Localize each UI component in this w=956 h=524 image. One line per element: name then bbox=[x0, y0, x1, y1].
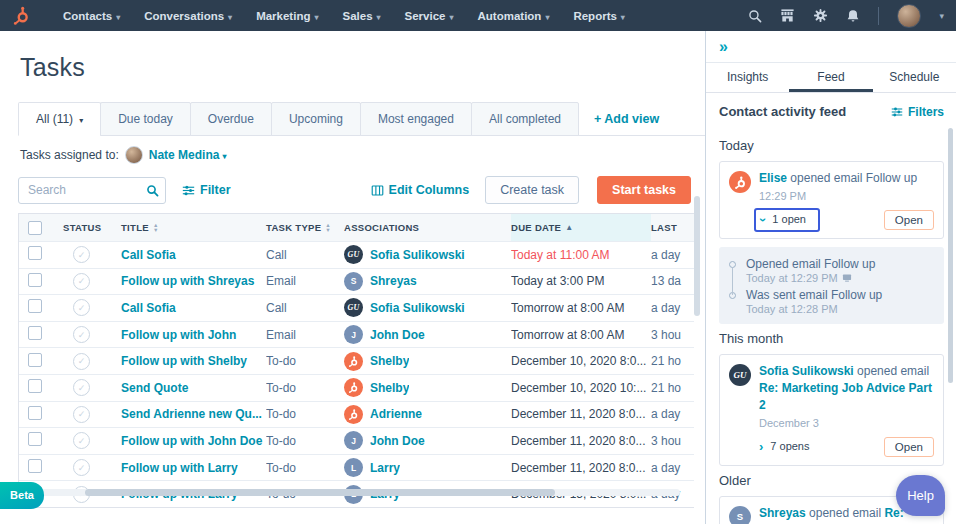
association-link[interactable]: Shreyas bbox=[370, 274, 417, 288]
complete-task-toggle[interactable]: ✓ bbox=[73, 459, 90, 476]
start-tasks-button[interactable]: Start tasks bbox=[597, 176, 691, 204]
column-header-associations[interactable]: ASSOCIATIONS bbox=[344, 214, 511, 241]
search-icon[interactable] bbox=[146, 183, 159, 201]
column-header-due-date[interactable]: DUE DATE▲ bbox=[511, 214, 651, 241]
tab-all-completed[interactable]: All completed bbox=[471, 102, 579, 136]
association-link[interactable]: John Doe bbox=[370, 328, 425, 342]
settings-icon[interactable] bbox=[813, 8, 828, 23]
collapse-panel-icon[interactable]: » bbox=[719, 38, 728, 56]
complete-task-toggle[interactable]: ✓ bbox=[73, 273, 90, 290]
association-link[interactable]: Sofia Sulikowski bbox=[370, 301, 465, 315]
row-checkbox[interactable] bbox=[28, 353, 42, 367]
due-date: Today at 11:00 AM bbox=[511, 248, 651, 262]
tab-upcoming[interactable]: Upcoming bbox=[271, 102, 361, 136]
feed-section-title: This month bbox=[719, 331, 944, 346]
create-task-button[interactable]: Create task bbox=[485, 176, 579, 204]
association-link[interactable]: Sofia Sulikowski bbox=[370, 248, 465, 262]
contact-avatar: GU bbox=[344, 298, 363, 317]
horizontal-scrollbar[interactable] bbox=[85, 489, 555, 496]
opens-expander[interactable]: ›1 open bbox=[754, 208, 820, 231]
contact-link[interactable]: Shreyas bbox=[759, 506, 806, 520]
task-title-link[interactable]: Call Sofia bbox=[121, 248, 176, 262]
nav-item-marketing[interactable]: Marketing▾ bbox=[246, 6, 328, 26]
task-type: Call bbox=[266, 248, 344, 262]
nav-item-conversations[interactable]: Conversations▾ bbox=[134, 6, 242, 26]
contact-link[interactable]: Sofia Sulikowski bbox=[759, 364, 854, 378]
notifications-icon[interactable] bbox=[846, 9, 860, 23]
row-checkbox[interactable] bbox=[28, 273, 42, 287]
row-checkbox[interactable] bbox=[28, 326, 42, 340]
nav-item-reports[interactable]: Reports▾ bbox=[563, 6, 634, 26]
nav-item-contacts[interactable]: Contacts▾ bbox=[53, 6, 130, 26]
help-button[interactable]: Help bbox=[896, 475, 945, 516]
task-title-link[interactable]: Follow up with John Doe bbox=[121, 434, 262, 448]
complete-task-toggle[interactable]: ✓ bbox=[73, 326, 90, 343]
last-contacted: a day bbox=[651, 301, 694, 315]
feed-filters-button[interactable]: Filters bbox=[891, 105, 944, 119]
edit-columns-button[interactable]: Edit Columns bbox=[371, 183, 470, 197]
task-title-link[interactable]: Follow up with Shelby bbox=[121, 354, 247, 368]
tab-all-11[interactable]: All (11)▾ bbox=[18, 102, 101, 136]
task-title-link[interactable]: Follow up with John bbox=[121, 328, 236, 342]
add-view-button[interactable]: + Add view bbox=[594, 112, 659, 126]
nav-item-service[interactable]: Service▾ bbox=[395, 6, 464, 26]
panel-tab-insights[interactable]: Insights bbox=[706, 63, 789, 92]
select-all-checkbox[interactable] bbox=[28, 221, 42, 235]
column-header-status[interactable]: STATUS bbox=[63, 214, 121, 241]
column-header-title[interactable]: TITLE▲▼ bbox=[121, 214, 266, 241]
panel-tab-schedule[interactable]: Schedule bbox=[873, 63, 956, 92]
task-title-link[interactable]: Follow up with Larry bbox=[121, 461, 238, 475]
user-avatar[interactable] bbox=[897, 4, 921, 28]
task-title-link[interactable]: Call Sofia bbox=[121, 301, 176, 315]
column-header-task-type[interactable]: TASK TYPE▲▼ bbox=[266, 214, 344, 241]
search-icon[interactable] bbox=[748, 9, 762, 23]
search-input[interactable] bbox=[18, 177, 166, 204]
email-subject-link[interactable]: Re: Marketing Job Advice Part 2 bbox=[759, 381, 932, 412]
complete-task-toggle[interactable]: ✓ bbox=[73, 353, 90, 370]
table-vertical-scrollbar[interactable] bbox=[694, 196, 700, 316]
row-checkbox[interactable] bbox=[28, 379, 42, 393]
chevron-right-icon: › bbox=[759, 442, 763, 452]
task-title-link[interactable]: Follow up with Shreyas bbox=[121, 274, 254, 288]
chevron-down-icon[interactable]: ▾ bbox=[939, 11, 944, 21]
nav-item-sales[interactable]: Sales▾ bbox=[332, 6, 390, 26]
complete-task-toggle[interactable]: ✓ bbox=[73, 379, 90, 396]
marketplace-icon[interactable] bbox=[780, 8, 795, 23]
task-title-link[interactable]: Send Adrienne new Qu... bbox=[121, 407, 262, 421]
tab-overdue[interactable]: Overdue bbox=[190, 102, 272, 136]
association-link[interactable]: Adrienne bbox=[370, 407, 422, 421]
filter-button[interactable]: Filter bbox=[182, 183, 231, 197]
complete-task-toggle[interactable]: ✓ bbox=[73, 299, 90, 316]
hubspot-logo-icon[interactable] bbox=[12, 6, 31, 25]
tab-due-today[interactable]: Due today bbox=[100, 102, 191, 136]
panel-scrollbar[interactable] bbox=[948, 128, 953, 383]
association-link[interactable]: Shelby bbox=[370, 381, 409, 395]
complete-task-toggle[interactable]: ✓ bbox=[73, 432, 90, 449]
open-email-button[interactable]: Open bbox=[884, 437, 934, 457]
table-row: ✓Follow up with ShelbyTo-doShelbyDecembe… bbox=[19, 347, 694, 374]
task-type: To-do bbox=[266, 407, 344, 421]
tab-most-engaged[interactable]: Most engaged bbox=[360, 102, 472, 136]
panel-tab-feed[interactable]: Feed bbox=[789, 63, 872, 92]
nav-item-automation[interactable]: Automation▾ bbox=[468, 6, 560, 26]
complete-task-toggle[interactable]: ✓ bbox=[73, 406, 90, 423]
row-checkbox[interactable] bbox=[28, 459, 42, 473]
due-date: Tomorrow at 8:00 AM bbox=[511, 301, 651, 315]
row-checkbox[interactable] bbox=[28, 432, 42, 446]
chevron-down-icon: ▾ bbox=[79, 116, 83, 125]
feed-event-text: Elise opened email Follow up bbox=[759, 170, 934, 187]
column-header-last[interactable]: LAST bbox=[651, 214, 694, 241]
opens-expander[interactable]: ›7 opens bbox=[759, 439, 810, 454]
row-checkbox[interactable] bbox=[28, 246, 42, 260]
task-title-link[interactable]: Send Quote bbox=[121, 381, 188, 395]
complete-task-toggle[interactable]: ✓ bbox=[73, 246, 90, 263]
assignee-dropdown[interactable]: Nate Medina▾ bbox=[149, 148, 227, 162]
open-email-button[interactable]: Open bbox=[884, 210, 934, 230]
contact-link[interactable]: Elise bbox=[759, 171, 787, 185]
association-link[interactable]: Larry bbox=[370, 461, 400, 475]
association-link[interactable]: John Doe bbox=[370, 434, 425, 448]
row-checkbox[interactable] bbox=[28, 406, 42, 420]
association-link[interactable]: Shelby bbox=[370, 354, 409, 368]
columns-icon bbox=[371, 184, 384, 197]
row-checkbox[interactable] bbox=[28, 299, 42, 313]
